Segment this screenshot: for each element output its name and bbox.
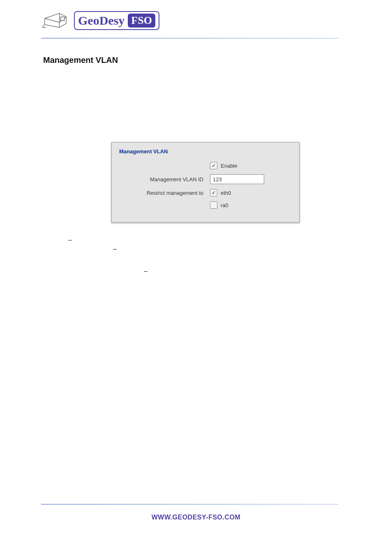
header-logo: GeoDesy FSO bbox=[41, 8, 159, 32]
camera-icon bbox=[41, 8, 70, 32]
eth0-checkbox[interactable]: ✓ bbox=[210, 189, 217, 196]
management-vlan-panel: Management VLAN ✓ Enable Management VLAN… bbox=[111, 142, 300, 223]
svg-rect-1 bbox=[60, 17, 65, 21]
enable-checkbox-label: Enable bbox=[221, 163, 237, 169]
section-title: Management VLAN bbox=[43, 55, 118, 65]
logo-text-geodesy: GeoDesy bbox=[78, 14, 125, 28]
body-dash-3: – bbox=[144, 268, 148, 275]
row-restrict-eth0: Restrict management to ✓ eth0 bbox=[119, 189, 292, 196]
logo-text-fso: FSO bbox=[128, 14, 155, 28]
body-dash-2: – bbox=[113, 245, 117, 253]
row-vlan-id: Management VLAN ID bbox=[119, 174, 292, 184]
restrict-label: Restrict management to bbox=[119, 190, 210, 196]
body-dash-1: – bbox=[68, 236, 72, 244]
ra0-checkbox-label: ra0 bbox=[221, 202, 228, 208]
enable-checkbox[interactable]: ✓ bbox=[210, 162, 217, 169]
logo-badge: GeoDesy FSO bbox=[74, 11, 159, 30]
header-divider bbox=[41, 38, 339, 39]
ra0-checkbox[interactable] bbox=[210, 201, 217, 209]
footer-url: WWW.GEODESY-FSO.COM bbox=[0, 514, 392, 521]
eth0-checkbox-label: eth0 bbox=[221, 190, 231, 196]
row-enable: ✓ Enable bbox=[119, 162, 292, 169]
row-restrict-ra0: ra0 bbox=[119, 201, 292, 209]
vlan-id-label: Management VLAN ID bbox=[119, 176, 210, 182]
vlan-id-input[interactable] bbox=[210, 174, 264, 184]
footer-divider bbox=[41, 504, 339, 505]
panel-title: Management VLAN bbox=[119, 148, 292, 155]
